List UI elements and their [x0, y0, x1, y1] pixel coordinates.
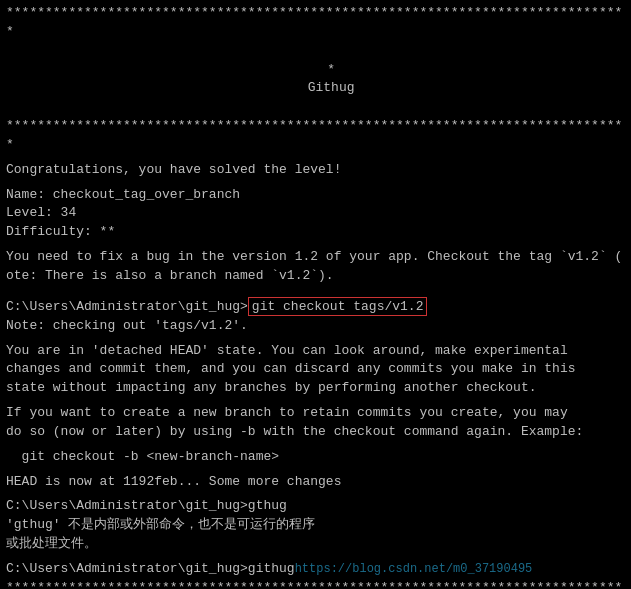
title-line: * Githug — [6, 42, 625, 117]
head-line: HEAD is now at 1192feb... Some more chan… — [6, 473, 625, 492]
detached-head-line2: changes and commit them, and you can dis… — [6, 360, 625, 379]
level-line: Level: 34 — [6, 204, 625, 223]
retain-line2: do so (now or later) by using -b with th… — [6, 423, 625, 442]
example-line: git checkout -b <new-branch-name> — [6, 448, 625, 467]
note-line: Note: checking out 'tags/v1.2'. — [6, 317, 625, 336]
chinese-error-line1: 'gthug' 不是内部或外部命令，也不是可运行的程序 — [6, 516, 625, 535]
git-checkout-command: git checkout tags/v1.2 — [248, 297, 428, 316]
watermark-text: https://blog.csdn.net/m0_37190495 — [295, 562, 533, 576]
separator-top: ****************************************… — [6, 4, 625, 42]
detached-head-line1: You are in 'detached HEAD' state. You ca… — [6, 342, 625, 361]
gthug-command-line: C:\Users\Administrator\git_hug>gthug — [6, 497, 625, 516]
star-left: * — [327, 62, 335, 77]
congratulations-line: Congratulations, you have solved the lev… — [6, 161, 625, 180]
retain-line1: If you want to create a new branch to re… — [6, 404, 625, 423]
separator-bottom: ****************************************… — [6, 579, 625, 589]
name-line: Name: checkout_tag_over_branch — [6, 186, 625, 205]
description-line1: You need to fix a bug in the version 1.2… — [6, 248, 625, 267]
separator-top2: ****************************************… — [6, 117, 625, 155]
detached-head-line3: state without impacting any branches by … — [6, 379, 625, 398]
command-line1: C:\Users\Administrator\git_hug>git check… — [6, 298, 625, 317]
terminal-window: ****************************************… — [0, 0, 631, 589]
app-title: Githug — [191, 79, 471, 98]
chinese-error-line2: 或批处理文件。 — [6, 535, 625, 554]
difficulty-line: Difficulty: ** — [6, 223, 625, 242]
githug-command-line: C:\Users\Administrator\git_hug>githughtt… — [6, 560, 625, 579]
description-line2: ote: There is also a branch named `v1.2`… — [6, 267, 625, 286]
